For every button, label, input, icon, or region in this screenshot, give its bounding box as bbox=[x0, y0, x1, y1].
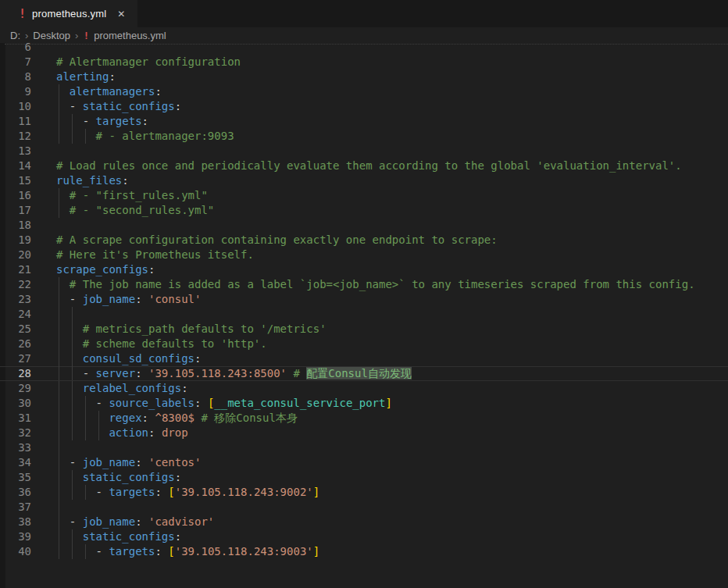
code-line-18[interactable]: 18 bbox=[0, 218, 728, 233]
line-number[interactable]: 39 bbox=[5, 529, 31, 544]
code-text[interactable]: - targets: ['39.105.118.243:9002'] bbox=[56, 485, 319, 500]
code-line-35[interactable]: 35 static_configs: bbox=[0, 470, 728, 485]
code-line-40[interactable]: 40 - targets: ['39.105.118.243:9003'] bbox=[0, 544, 728, 559]
code-line-21[interactable]: 21scrape_configs: bbox=[0, 262, 728, 277]
code-text[interactable]: - job_name: 'cadvisor' bbox=[56, 515, 214, 529]
line-number[interactable]: 33 bbox=[5, 440, 31, 455]
line-number[interactable]: 19 bbox=[5, 233, 31, 248]
code-text[interactable]: static_configs: bbox=[56, 470, 181, 485]
code-line-37[interactable]: 37 bbox=[0, 500, 728, 515]
code-text[interactable]: - job_name: 'consul' bbox=[56, 292, 201, 307]
line-number[interactable]: 40 bbox=[5, 544, 31, 559]
code-text[interactable]: # Alertmanager configuration bbox=[56, 55, 241, 69]
breadcrumb-folder[interactable]: Desktop bbox=[33, 30, 70, 41]
line-number[interactable]: 12 bbox=[5, 129, 31, 144]
code-text[interactable]: consul_sd_configs: bbox=[56, 351, 201, 366]
code-text[interactable]: regex: ^8300$ # 移除Consul本身 bbox=[56, 411, 298, 426]
line-number[interactable]: 10 bbox=[5, 99, 31, 114]
breadcrumb-drive[interactable]: D: bbox=[10, 30, 20, 41]
code-line-24[interactable]: 24 bbox=[0, 307, 728, 322]
line-number[interactable]: 36 bbox=[5, 485, 31, 500]
code-line-36[interactable]: 36 - targets: ['39.105.118.243:9002'] bbox=[0, 485, 728, 500]
code-text[interactable]: - static_configs: bbox=[56, 99, 181, 114]
code-line-33[interactable]: 33 bbox=[0, 440, 728, 455]
code-text[interactable]: - targets: ['39.105.118.243:9003'] bbox=[56, 544, 319, 559]
breadcrumb-file[interactable]: prometheus.yml bbox=[94, 30, 166, 41]
close-icon[interactable]: ✕ bbox=[117, 9, 125, 20]
code-line-20[interactable]: 20# Here it's Prometheus itself. bbox=[0, 248, 728, 262]
line-number[interactable]: 25 bbox=[5, 322, 31, 337]
line-number[interactable]: 24 bbox=[5, 307, 31, 322]
line-number[interactable]: 13 bbox=[5, 144, 31, 159]
code-line-13[interactable]: 13 bbox=[0, 144, 728, 159]
code-text[interactable]: static_configs: bbox=[56, 529, 181, 544]
line-number[interactable]: 18 bbox=[5, 218, 31, 233]
code-text[interactable]: scrape_configs: bbox=[56, 262, 155, 277]
code-line-17[interactable]: 17 # - "second_rules.yml" bbox=[0, 203, 728, 218]
code-line-25[interactable]: 25 # metrics_path defaults to '/metrics' bbox=[0, 322, 728, 337]
line-number[interactable]: 23 bbox=[5, 292, 31, 307]
code-text[interactable]: # - "first_rules.yml" bbox=[56, 188, 208, 203]
code-text[interactable]: action: drop bbox=[56, 426, 188, 440]
line-number[interactable]: 32 bbox=[5, 426, 31, 440]
code-text[interactable]: # Here it's Prometheus itself. bbox=[56, 248, 254, 262]
line-number[interactable]: 8 bbox=[5, 69, 31, 84]
code-text[interactable]: # - "second_rules.yml" bbox=[56, 203, 214, 218]
code-line-30[interactable]: 30 - source_labels: [__meta_consul_servi… bbox=[0, 396, 728, 411]
line-number[interactable]: 31 bbox=[5, 411, 31, 426]
code-text[interactable]: # - alertmanager:9093 bbox=[56, 129, 234, 144]
line-number[interactable]: 21 bbox=[5, 262, 31, 277]
code-text[interactable]: - source_labels: [__meta_consul_service_… bbox=[56, 396, 392, 411]
line-number[interactable]: 28 bbox=[5, 366, 31, 381]
code-text[interactable]: - job_name: 'centos' bbox=[56, 455, 201, 470]
line-number[interactable]: 29 bbox=[5, 381, 31, 396]
line-number[interactable]: 20 bbox=[5, 248, 31, 262]
line-number[interactable]: 30 bbox=[5, 396, 31, 411]
code-text[interactable]: - server: '39.105.118.243:8500' # 配置Cons… bbox=[56, 366, 412, 381]
code-line-22[interactable]: 22 # The job name is added as a label `j… bbox=[0, 277, 728, 292]
code-text[interactable]: # metrics_path defaults to '/metrics' bbox=[56, 322, 327, 337]
code-line-12[interactable]: 12 # - alertmanager:9093 bbox=[0, 129, 728, 144]
code-text[interactable]: relabel_configs: bbox=[56, 381, 188, 396]
line-number[interactable]: 27 bbox=[5, 351, 31, 366]
line-number[interactable]: 9 bbox=[5, 84, 31, 99]
line-number[interactable]: 35 bbox=[5, 470, 31, 485]
code-line-29[interactable]: 29 relabel_configs: bbox=[0, 381, 728, 396]
code-line-7[interactable]: 7# Alertmanager configuration bbox=[0, 55, 728, 69]
code-line-11[interactable]: 11 - targets: bbox=[0, 114, 728, 129]
code-line-27[interactable]: 27 consul_sd_configs: bbox=[0, 351, 728, 366]
code-line-38[interactable]: 38 - job_name: 'cadvisor' bbox=[0, 515, 728, 529]
line-number[interactable]: 17 bbox=[5, 203, 31, 218]
code-text[interactable]: # The job name is added as a label `job=… bbox=[56, 277, 695, 292]
tab-prometheus-yml[interactable]: ! prometheus.yml ✕ bbox=[0, 0, 137, 27]
code-line-19[interactable]: 19# A scrape configuration containing ex… bbox=[0, 233, 728, 248]
code-line-10[interactable]: 10 - static_configs: bbox=[0, 99, 728, 114]
code-text[interactable]: alerting: bbox=[56, 69, 116, 84]
line-number[interactable]: 6 bbox=[5, 43, 31, 55]
code-line-16[interactable]: 16 # - "first_rules.yml" bbox=[0, 188, 728, 203]
code-line-23[interactable]: 23 - job_name: 'consul' bbox=[0, 292, 728, 307]
code-text[interactable]: alertmanagers: bbox=[56, 84, 162, 99]
line-number[interactable]: 7 bbox=[5, 55, 31, 69]
line-number[interactable]: 15 bbox=[5, 173, 31, 188]
code-text[interactable]: # scheme defaults to 'http'. bbox=[56, 337, 267, 351]
line-number[interactable]: 14 bbox=[5, 159, 31, 173]
line-number[interactable]: 37 bbox=[5, 500, 31, 515]
code-line-28[interactable]: 28 - server: '39.105.118.243:8500' # 配置C… bbox=[0, 366, 728, 381]
line-number[interactable]: 34 bbox=[5, 455, 31, 470]
code-line-9[interactable]: 9 alertmanagers: bbox=[0, 84, 728, 99]
code-text[interactable]: # A scrape configuration containing exac… bbox=[56, 233, 498, 248]
code-text[interactable]: # Load rules once and periodically evalu… bbox=[56, 159, 682, 173]
line-number[interactable]: 26 bbox=[5, 337, 31, 351]
code-line-31[interactable]: 31 regex: ^8300$ # 移除Consul本身 bbox=[0, 411, 728, 426]
code-line-32[interactable]: 32 action: drop bbox=[0, 426, 728, 440]
code-text[interactable]: rule_files: bbox=[56, 173, 129, 188]
line-number[interactable]: 38 bbox=[5, 515, 31, 529]
code-line-15[interactable]: 15rule_files: bbox=[0, 173, 728, 188]
code-line-26[interactable]: 26 # scheme defaults to 'http'. bbox=[0, 337, 728, 351]
code-editor[interactable]: 67# Alertmanager configuration8alerting:… bbox=[0, 43, 728, 588]
code-line-6[interactable]: 6 bbox=[0, 43, 728, 55]
code-line-39[interactable]: 39 static_configs: bbox=[0, 529, 728, 544]
line-number[interactable]: 22 bbox=[5, 277, 31, 292]
code-line-14[interactable]: 14# Load rules once and periodically eva… bbox=[0, 159, 728, 173]
